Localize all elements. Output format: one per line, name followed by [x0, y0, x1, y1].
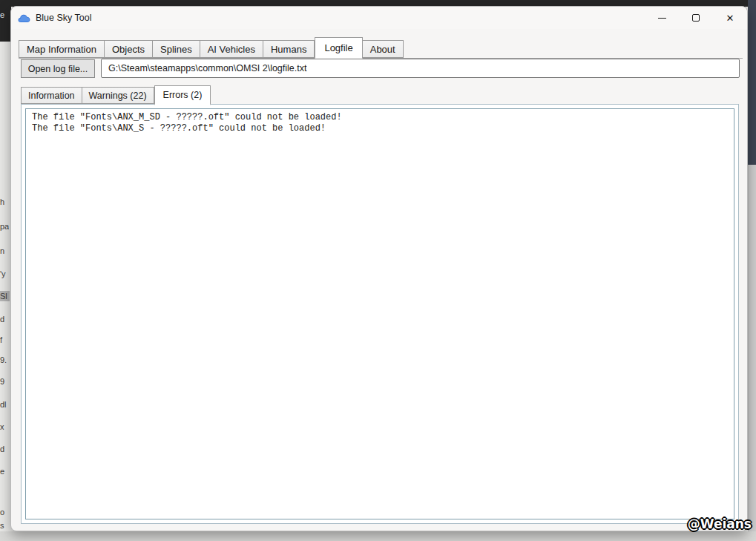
app-window: Blue Sky Tool ✕ Map InformationObjectsSp… [10, 6, 748, 531]
log-tab-strip: InformationWarnings (22)Errors (2) [21, 84, 211, 104]
log-tab-information[interactable]: Information [21, 87, 82, 104]
tab-ai-vehicles[interactable]: AI Vehicles [200, 40, 263, 58]
tab-logfile[interactable]: Logfile [315, 37, 362, 59]
tab-map-information[interactable]: Map Information [19, 40, 105, 58]
backdrop-left-window-sliver: hpan'ySldf9.9dlxdeos [0, 42, 10, 531]
background-scrollbar [748, 165, 756, 531]
background-text-fragment: d [0, 445, 9, 453]
log-tab-errors-2[interactable]: Errors (2) [154, 85, 211, 105]
watermark: @Weians [688, 517, 752, 531]
title-bar: Blue Sky Tool ✕ [11, 7, 747, 29]
background-text-fragment: h [0, 197, 9, 206]
tab-splines[interactable]: Splines [153, 40, 200, 58]
log-tab-warnings-22[interactable]: Warnings (22) [82, 87, 154, 104]
background-text-fragment: e [0, 467, 9, 476]
backdrop-bottom-strip [0, 531, 756, 541]
background-text-fragment: Sl [0, 291, 10, 301]
background-text-fragment: f [0, 335, 9, 344]
log-panel: The file "Fonts\ANX_M_SD - ?????.oft" co… [21, 104, 739, 524]
tab-humans[interactable]: Humans [263, 40, 315, 58]
close-button[interactable]: ✕ [713, 7, 747, 29]
log-lines: The file "Fonts\ANX_M_SD - ?????.oft" co… [26, 109, 734, 137]
background-text-fragment: 'y [0, 269, 9, 278]
background-text-fragment: x [0, 422, 9, 431]
background-text-fragment: d [0, 315, 9, 324]
tab-objects[interactable]: Objects [105, 40, 153, 58]
window-title: Blue Sky Tool [36, 13, 92, 23]
background-text-fragment: pa [0, 222, 9, 231]
background-text-fragment: dl [0, 400, 9, 409]
minimize-button[interactable] [645, 7, 679, 29]
close-icon: ✕ [726, 13, 734, 23]
maximize-icon [692, 14, 700, 22]
background-text-fragment: s [0, 521, 9, 530]
backdrop-topleft-block: e [0, 0, 11, 42]
log-output-area[interactable]: The file "Fonts\ANX_M_SD - ?????.oft" co… [25, 108, 734, 519]
background-text-fragment: 9. [0, 355, 9, 364]
window-controls: ✕ [645, 7, 747, 29]
minimize-icon [658, 18, 666, 19]
tab-about[interactable]: About [363, 40, 404, 58]
backdrop-topright-block [748, 0, 756, 165]
app-cloud-icon [18, 13, 30, 23]
background-text-fragment: 9 [0, 377, 9, 386]
maximize-button[interactable] [679, 7, 713, 29]
main-tab-strip: Map InformationObjectsSplinesAI Vehicles… [19, 33, 743, 59]
background-text-fragment: o [0, 508, 9, 517]
log-path-input[interactable] [101, 59, 740, 78]
open-log-file-button[interactable]: Open log file... [21, 59, 95, 78]
background-text-fragment: e [0, 10, 9, 19]
background-text-fragment: n [0, 246, 9, 255]
